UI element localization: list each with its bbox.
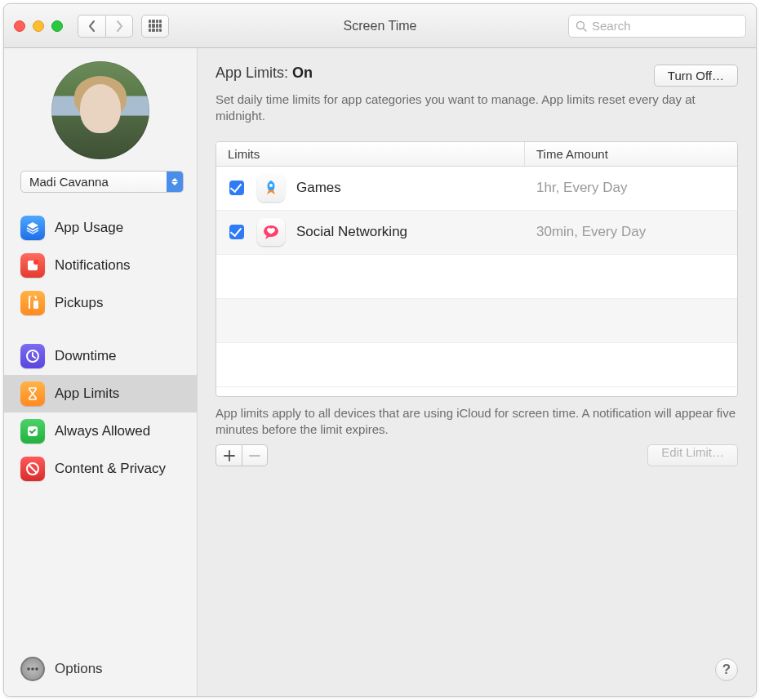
- sidebar-item-label: Pickups: [55, 295, 104, 311]
- add-limit-button[interactable]: [216, 444, 242, 466]
- remove-limit-button[interactable]: [242, 444, 268, 466]
- updown-arrows-icon: [167, 172, 183, 192]
- show-all-prefs-button[interactable]: [141, 15, 169, 38]
- sidebar-item-content-privacy[interactable]: Content & Privacy: [4, 450, 197, 488]
- sidebar-divider: [4, 330, 197, 331]
- sidebar-item-label: Notifications: [55, 257, 131, 274]
- options-button[interactable]: Options: [4, 650, 197, 689]
- action-row: Edit Limit…: [216, 444, 738, 466]
- sidebar-item-label: Downtime: [55, 348, 117, 364]
- minimize-window-button[interactable]: [33, 20, 44, 32]
- minus-icon: [249, 450, 260, 461]
- table-body: Games 1hr, Every Day Social Networking 3…: [216, 167, 737, 396]
- sidebar-item-always-allowed[interactable]: Always Allowed: [4, 412, 197, 450]
- clock-moon-icon: [20, 344, 45, 368]
- ellipsis-circle-icon: [20, 657, 45, 681]
- page-title-status: On: [292, 65, 313, 81]
- edit-limit-button[interactable]: Edit Limit…: [647, 444, 738, 466]
- sidebar-item-notifications[interactable]: Notifications: [4, 247, 197, 284]
- close-window-button[interactable]: [14, 20, 25, 32]
- forward-button[interactable]: [105, 15, 133, 38]
- table-row-empty: [216, 255, 737, 299]
- bell-square-icon: [20, 253, 45, 278]
- header-row: App Limits: On Turn Off…: [216, 65, 738, 87]
- pickup-icon: [20, 291, 45, 315]
- body: Madi Cavanna App Usage Notifications: [4, 48, 756, 696]
- limits-table: Limits Time Amount Games 1hr, Every Day: [216, 141, 738, 397]
- rocket-icon: [257, 174, 285, 202]
- screen-time-window: Screen Time Madi Cavanna App Usage: [3, 3, 757, 697]
- turn-off-button[interactable]: Turn Off…: [654, 65, 738, 87]
- search-field-wrap[interactable]: [568, 15, 746, 38]
- row-enable-checkbox[interactable]: [229, 181, 244, 195]
- svg-line-8: [29, 466, 37, 473]
- svg-point-10: [31, 667, 34, 671]
- titlebar: Screen Time: [4, 4, 756, 48]
- hourglass-icon: [20, 381, 45, 406]
- nav-group-limits: Downtime App Limits Always Allowed: [4, 337, 197, 488]
- svg-rect-4: [33, 301, 38, 309]
- add-remove-group: [216, 444, 268, 466]
- svg-line-1: [584, 28, 587, 31]
- sidebar-item-label: Content & Privacy: [55, 461, 166, 477]
- svg-point-11: [35, 667, 38, 671]
- svg-point-9: [27, 667, 30, 671]
- row-time: 1hr, Every Day: [525, 180, 737, 196]
- svg-point-3: [33, 260, 38, 265]
- sidebar-item-app-usage[interactable]: App Usage: [4, 209, 197, 247]
- chevron-right-icon: [115, 20, 123, 32]
- no-entry-icon: [20, 457, 45, 481]
- row-time: 30min, Every Day: [525, 224, 737, 240]
- user-selector[interactable]: Madi Cavanna: [20, 171, 184, 193]
- sidebar-item-label: Always Allowed: [55, 423, 150, 439]
- check-shield-icon: [20, 419, 45, 444]
- table-row-empty: [216, 343, 737, 387]
- sidebar: Madi Cavanna App Usage Notifications: [4, 48, 198, 696]
- footnote: App limits apply to all devices that are…: [216, 405, 738, 439]
- row-name: Games: [296, 180, 525, 196]
- search-input[interactable]: [592, 19, 739, 33]
- user-name-label: Madi Cavanna: [29, 175, 109, 189]
- table-header: Limits Time Amount: [216, 142, 737, 167]
- options-label: Options: [55, 661, 103, 677]
- sidebar-item-pickups[interactable]: Pickups: [4, 284, 197, 322]
- sidebar-item-label: App Limits: [55, 386, 119, 402]
- col-header-time[interactable]: Time Amount: [525, 142, 737, 166]
- main-panel: App Limits: On Turn Off… Set daily time …: [198, 48, 756, 696]
- page-title: App Limits: On: [216, 65, 313, 82]
- svg-point-12: [269, 184, 273, 187]
- sidebar-item-app-limits[interactable]: App Limits: [4, 375, 197, 412]
- nav-buttons: [78, 15, 133, 38]
- row-enable-checkbox[interactable]: [229, 225, 244, 239]
- search-icon: [576, 20, 587, 32]
- avatar[interactable]: [51, 61, 149, 159]
- layers-icon: [20, 216, 45, 240]
- table-row-empty: [216, 299, 737, 343]
- zoom-window-button[interactable]: [51, 20, 63, 32]
- col-header-limits[interactable]: Limits: [216, 142, 525, 166]
- help-button[interactable]: ?: [715, 658, 738, 681]
- table-row[interactable]: Games 1hr, Every Day: [216, 167, 737, 211]
- nav-group-activity: App Usage Notifications Pickups: [4, 209, 197, 322]
- sidebar-item-label: App Usage: [55, 220, 123, 236]
- back-button[interactable]: [78, 15, 105, 38]
- traffic-lights: [14, 20, 63, 32]
- grid-icon: [149, 20, 162, 33]
- row-name: Social Networking: [296, 224, 525, 240]
- page-title-prefix: App Limits:: [216, 65, 292, 81]
- chevron-left-icon: [88, 20, 96, 32]
- page-description: Set daily time limits for app categories…: [216, 91, 722, 125]
- heart-bubble-icon: [257, 218, 285, 246]
- plus-icon: [224, 450, 235, 461]
- table-row[interactable]: Social Networking 30min, Every Day: [216, 211, 737, 255]
- sidebar-item-downtime[interactable]: Downtime: [4, 337, 197, 375]
